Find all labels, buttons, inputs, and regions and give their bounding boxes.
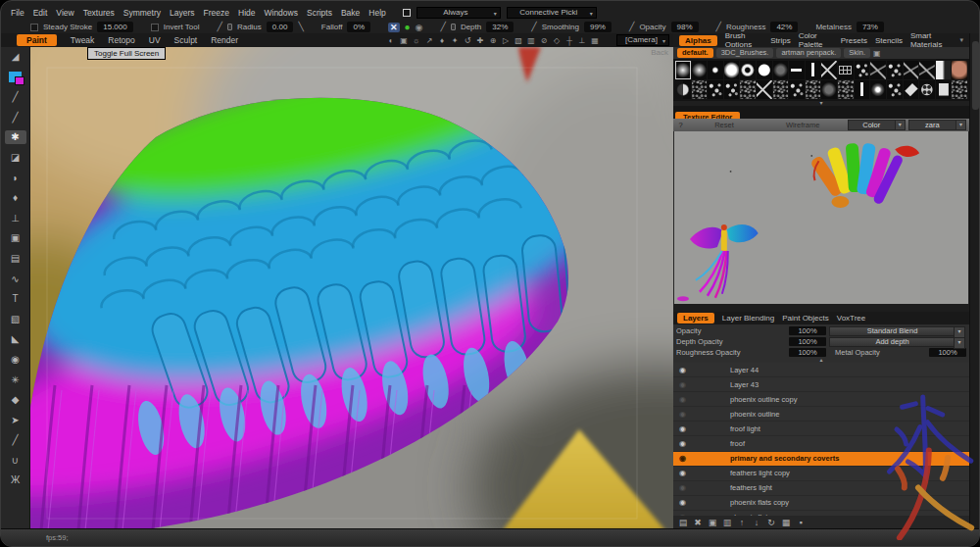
no-icon[interactable]: ⊘ xyxy=(539,36,549,45)
refresh-icon[interactable]: ↻ xyxy=(766,518,776,527)
visibility-eye-icon[interactable]: ◉ xyxy=(679,454,699,463)
more-icon[interactable]: ▪ xyxy=(796,518,806,527)
alpha-brush-3[interactable] xyxy=(724,61,740,79)
alpha-brush-16[interactable] xyxy=(936,61,952,79)
steady-stroke-checkbox[interactable] xyxy=(30,24,38,31)
invert-tool-checkbox[interactable] xyxy=(151,24,159,31)
bend-tool-icon[interactable]: ∪ xyxy=(5,454,26,468)
alpha-brush-29[interactable] xyxy=(855,80,870,99)
opacity-curve-icon[interactable]: ╱ xyxy=(629,23,634,31)
alpha-brush-35[interactable] xyxy=(952,80,967,99)
layer-row-layer-44[interactable]: ◉Layer 44 xyxy=(673,363,969,377)
menu-bake[interactable]: Bake xyxy=(341,8,360,18)
chevron-down-icon[interactable]: ▾ xyxy=(956,120,966,130)
menu-freeze[interactable]: Freeze xyxy=(204,8,229,18)
text-tool-icon[interactable]: T xyxy=(5,292,26,306)
alpha-brush-21[interactable] xyxy=(724,80,740,99)
layer-row-primary-and-secondary-coverts[interactable]: ◉primary and secondary coverts xyxy=(673,452,969,467)
visibility-eye-icon[interactable]: ◉ xyxy=(679,424,699,433)
room-tab-render[interactable]: Render xyxy=(211,35,238,45)
visibility-eye-icon[interactable]: ◉ xyxy=(679,410,699,419)
tab-presets[interactable]: Presets xyxy=(841,36,867,45)
zoom-icon[interactable]: ⊕ xyxy=(488,36,498,45)
metal-opacity-value[interactable]: 100% xyxy=(929,348,966,357)
flower-tool-icon[interactable]: ✳ xyxy=(5,373,26,387)
pencil-tool-icon[interactable]: ╱ xyxy=(5,90,26,104)
duplicate-layer-icon[interactable]: ▥ xyxy=(722,518,732,527)
metalness-value[interactable]: 73% xyxy=(857,22,884,32)
smudge-tool-icon[interactable]: ◗ xyxy=(5,172,26,185)
move-icon[interactable]: ↗ xyxy=(424,36,434,45)
grid-icon[interactable]: ┼ xyxy=(564,36,574,45)
tab-alphas[interactable]: Alphas xyxy=(679,35,717,46)
tab-paint-objects[interactable]: Paint Objects xyxy=(782,314,829,323)
visibility-eye-icon[interactable]: ◉ xyxy=(679,469,699,477)
alpha-brush-34[interactable] xyxy=(936,80,952,99)
alpha-brush-32[interactable] xyxy=(904,80,919,99)
pen-icon[interactable]: ╲ xyxy=(298,23,303,31)
help-button[interactable]: ? xyxy=(673,121,688,129)
color-b-icon[interactable]: ◉ xyxy=(416,23,423,32)
blend-tool-icon[interactable]: ◪ xyxy=(5,151,26,165)
frame-icon[interactable]: ▧ xyxy=(514,36,523,45)
visibility-eye-icon[interactable]: ◉ xyxy=(679,498,699,507)
brush-tool-icon[interactable]: ◢ xyxy=(5,50,26,64)
alpha-brush-2[interactable] xyxy=(708,61,723,79)
chevron-down-icon[interactable]: ▾ xyxy=(895,120,906,130)
layer-row-phoenix-outline-copy[interactable]: ◉phoenix outline copy xyxy=(673,392,969,407)
drop-icon[interactable]: ♦ xyxy=(437,36,447,45)
room-tab-tweak[interactable]: Tweak xyxy=(71,35,95,45)
tab-voxtree[interactable]: VoxTree xyxy=(837,314,866,323)
alpha-brush-11[interactable] xyxy=(855,61,870,79)
layer-row-feathers-light[interactable]: ◉feathers light xyxy=(673,481,969,496)
menu-view[interactable]: View xyxy=(56,8,74,18)
new-layer-icon[interactable]: ▤ xyxy=(678,518,688,527)
room-tab-sculpt[interactable]: Sculpt xyxy=(174,35,198,45)
alpha-folder-3dc-brushes[interactable]: 3DC_Brushes. xyxy=(716,48,774,58)
picker-checkbox[interactable] xyxy=(403,9,411,17)
alpha-brush-33[interactable] xyxy=(919,80,935,99)
folder-icon[interactable]: ▦ xyxy=(781,518,791,527)
frame2-icon[interactable]: ▥ xyxy=(526,36,536,45)
tab-stencils[interactable]: Stencils xyxy=(875,36,903,45)
layer-row-phoenix-flats-copy[interactable]: ◉phoenix flats copy xyxy=(673,496,969,511)
color-a-icon[interactable]: ● xyxy=(405,23,411,32)
chevron-down-icon[interactable]: ▾ xyxy=(959,36,963,44)
color-swatches[interactable] xyxy=(5,71,26,84)
alpha-brush-10[interactable] xyxy=(838,61,854,79)
layer-opacity-value[interactable]: 100% xyxy=(789,326,826,335)
menu-edit[interactable]: Edit xyxy=(33,8,48,18)
layer-row-froof-light[interactable]: ◉froof light xyxy=(673,422,969,436)
smoothing-curve-icon[interactable]: ╱ xyxy=(531,23,536,31)
visibility-eye-icon[interactable]: ◉ xyxy=(679,439,699,448)
falloff-value[interactable]: 0% xyxy=(347,22,370,32)
visibility-eye-icon[interactable]: ◉ xyxy=(679,483,699,492)
alpha-brush-27[interactable] xyxy=(821,80,837,99)
alpha-brush-22[interactable] xyxy=(740,80,756,99)
texture-editor-canvas[interactable] xyxy=(674,131,968,304)
add-folder-icon[interactable]: ▣ xyxy=(873,49,881,58)
visibility-eye-icon[interactable]: ◉ xyxy=(679,395,699,404)
picker-tool-icon[interactable]: ➤ xyxy=(5,414,26,427)
axis-icon[interactable]: ⊥ xyxy=(577,36,587,45)
alpha-brush-18[interactable] xyxy=(675,80,691,99)
clear-mask-icon[interactable]: ✕ xyxy=(388,23,400,32)
image-stamp-tool-icon[interactable]: ▧ xyxy=(5,313,26,326)
alpha-brush-31[interactable] xyxy=(887,80,903,99)
move-down-icon[interactable]: ↓ xyxy=(752,518,761,527)
tab-strips[interactable]: Strips xyxy=(770,36,790,45)
wireframe-button[interactable]: Wireframe xyxy=(760,121,846,129)
symmetry-tool-icon[interactable]: Ж xyxy=(5,473,26,487)
depth-opacity-value[interactable]: 100% xyxy=(789,337,826,346)
delete-layer-icon[interactable]: ✖ xyxy=(693,518,703,527)
eye-tool-icon[interactable]: ◉ xyxy=(5,353,26,367)
alpha-brush-19[interactable] xyxy=(692,80,708,99)
viewport-3d[interactable]: Toggle Full Screen Back xyxy=(30,47,673,530)
eraser-tool-icon[interactable]: ◣ xyxy=(5,332,26,346)
menu-symmetry[interactable]: Symmetry xyxy=(123,8,161,18)
panel-scrollbar[interactable] xyxy=(969,33,980,528)
smoothing-value[interactable]: 99% xyxy=(584,22,612,32)
alpha-brush-8[interactable] xyxy=(806,61,821,79)
move-up-icon[interactable]: ↑ xyxy=(737,518,747,527)
alpha-folder-default[interactable]: default. xyxy=(677,48,713,58)
